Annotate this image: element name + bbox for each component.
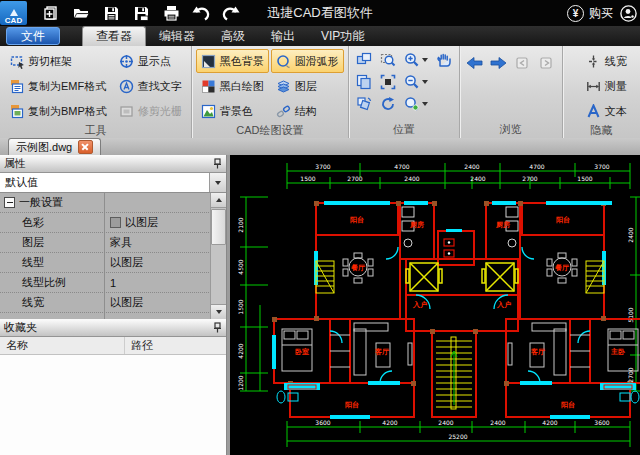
print-icon: [163, 5, 180, 21]
zoom-in-button[interactable]: [401, 50, 431, 70]
show-points-button[interactable]: 显示点: [114, 49, 187, 73]
new-file-button[interactable]: [41, 3, 61, 23]
triangle-down-icon: [216, 310, 222, 314]
last-page-button[interactable]: [536, 53, 558, 73]
svg-text:25200: 25200: [448, 433, 467, 440]
close-tab-icon[interactable]: [78, 140, 93, 154]
pan-button[interactable]: [433, 50, 455, 70]
property-row-linetype-scale[interactable]: 线型比例 1: [0, 273, 211, 293]
rotate-view-icon: [356, 96, 372, 112]
favorites-pin-icon[interactable]: [213, 322, 222, 333]
last-page-icon: [539, 56, 554, 70]
room-label: 餐厅: [351, 264, 365, 272]
tab-output[interactable]: 输出: [258, 26, 308, 46]
property-row-lineweight[interactable]: 线宽 以图层: [0, 293, 211, 313]
svg-text:1200: 1200: [237, 375, 244, 390]
svg-text:2400: 2400: [404, 175, 419, 182]
structure-icon: [276, 103, 292, 119]
pin-icon[interactable]: [213, 158, 222, 169]
favorites-col-name[interactable]: 名称: [0, 337, 125, 354]
layers-button[interactable]: 图层: [271, 74, 344, 98]
favorites-list[interactable]: [0, 355, 226, 455]
zoom-previous-icon: [404, 96, 420, 112]
hide-text-button[interactable]: 文本: [581, 99, 632, 123]
favorites-header: 收藏夹: [0, 319, 226, 337]
property-row-linetype[interactable]: 线型 以图层: [0, 253, 211, 273]
prev-view-button[interactable]: [464, 53, 486, 73]
zoom-previous-dropdown[interactable]: [422, 102, 428, 106]
hide-text-label: 文本: [605, 104, 627, 119]
zoom-window-button[interactable]: [377, 50, 399, 70]
logo-text: CAD: [5, 16, 22, 25]
zoom-previous-button[interactable]: [401, 94, 431, 114]
zoom-in-dropdown[interactable]: [422, 58, 428, 62]
trim-raster-button[interactable]: 修剪光栅: [114, 99, 187, 123]
properties-scrollbar[interactable]: [210, 193, 226, 319]
copy-emf-button[interactable]: 复制为EMF格式: [4, 74, 112, 98]
account-button[interactable]: [618, 3, 638, 23]
walls: [274, 203, 640, 417]
cut-frame-button[interactable]: 剪切框架: [4, 49, 112, 73]
save-as-button[interactable]: [131, 3, 151, 23]
zoom-out-dropdown[interactable]: [422, 80, 428, 84]
tab-viewer[interactable]: 查看器: [82, 26, 146, 46]
copy-view-button[interactable]: [353, 72, 375, 92]
zoom-out-button[interactable]: [401, 72, 431, 92]
background-color-label: 背景色: [220, 104, 253, 119]
preset-dropdown[interactable]: 默认值: [0, 173, 226, 193]
background-color-button[interactable]: 背景色: [196, 99, 269, 123]
app-logo[interactable]: CAD: [0, 1, 27, 25]
svg-text:2700: 2700: [627, 367, 634, 382]
tile-windows-button[interactable]: [353, 50, 375, 70]
scrollbar-thumb[interactable]: [211, 209, 226, 245]
bw-drawing-icon: [201, 78, 217, 94]
property-group-row[interactable]: 一般设置: [0, 193, 211, 213]
zoom-extents-button[interactable]: [377, 72, 399, 92]
undo-button[interactable]: [191, 3, 211, 23]
menu-file[interactable]: 文件: [6, 27, 60, 45]
property-grid: 一般设置 色彩 以图层 图层 家具 线型 以图层 线型比例 1: [0, 193, 226, 319]
trim-raster-label: 修剪光栅: [138, 104, 182, 119]
save-as-icon: [134, 6, 149, 21]
hide-measure-button[interactable]: 测量: [581, 74, 632, 98]
layers-icon: [276, 78, 292, 94]
copy-bmp-button[interactable]: 复制为BMP格式: [4, 99, 112, 123]
room-label: 阳台: [556, 216, 570, 224]
rotate-view-button[interactable]: [353, 94, 375, 114]
tab-advanced[interactable]: 高级: [208, 26, 258, 46]
hide-lineweight-button[interactable]: 线宽: [581, 49, 632, 73]
save-button[interactable]: [101, 3, 121, 23]
black-background-button[interactable]: 黑色背景: [196, 49, 269, 73]
collapse-icon[interactable]: [4, 197, 15, 208]
next-view-button[interactable]: [488, 53, 510, 73]
favorites-col-path[interactable]: 路径: [125, 337, 153, 354]
property-row-color[interactable]: 色彩 以图层: [0, 213, 211, 233]
open-file-button[interactable]: [71, 3, 91, 23]
currency-icon: ¥: [567, 5, 584, 22]
property-row-layer[interactable]: 图层 家具: [0, 233, 211, 253]
buy-button[interactable]: 购买: [589, 5, 613, 22]
structure-button[interactable]: 结构: [271, 99, 344, 123]
svg-text:4200: 4200: [542, 419, 557, 426]
find-text-button[interactable]: 查找文字: [114, 74, 187, 98]
tab-vip[interactable]: VIP功能: [308, 26, 377, 46]
document-tabbar: 示例图.dwg: [0, 138, 640, 155]
bay-windows: [288, 385, 632, 389]
floorplan-drawing: 阳台 厨房 餐厅 厨房 阳台 餐厅 卧室 客厅 阳台 客厅 主卧 阳台 入户 入…: [230, 155, 640, 455]
tab-editor[interactable]: 编辑器: [146, 26, 208, 46]
regen-button[interactable]: [377, 94, 399, 114]
smooth-arc-button[interactable]: 圆滑弧形: [271, 49, 344, 73]
hide-group-label: 隐藏: [567, 123, 636, 138]
bw-drawing-button[interactable]: 黑白绘图: [196, 74, 269, 98]
document-tab[interactable]: 示例图.dwg: [8, 138, 101, 155]
tile-windows-icon: [356, 52, 372, 68]
drawing-canvas[interactable]: 阳台 厨房 餐厅 厨房 阳台 餐厅 卧室 客厅 阳台 客厅 主卧 阳台 入户 入…: [230, 155, 640, 455]
first-page-button[interactable]: [512, 53, 534, 73]
preset-dropdown-button[interactable]: [209, 173, 226, 192]
pan-hand-icon: [436, 52, 452, 68]
ribbon-group-hide: 线宽 测量 文本 隐藏: [563, 46, 640, 138]
redo-button[interactable]: [221, 3, 241, 23]
scroll-down-button[interactable]: [211, 304, 226, 319]
scroll-up-button[interactable]: [211, 193, 226, 208]
print-button[interactable]: [161, 3, 181, 23]
